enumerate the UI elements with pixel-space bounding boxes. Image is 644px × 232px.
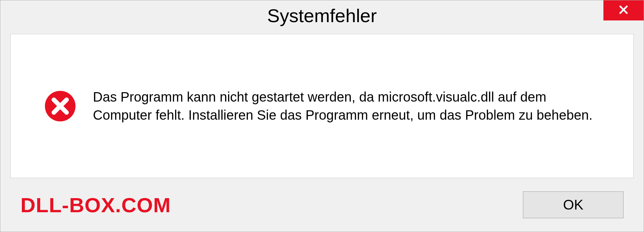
error-icon: [44, 90, 76, 122]
ok-button[interactable]: OK: [523, 191, 624, 218]
error-message: Das Programm kann nicht gestartet werden…: [93, 88, 606, 124]
titlebar: Systemfehler: [0, 0, 644, 31]
watermark-text: DLL-BOX.COM: [20, 193, 171, 217]
close-icon: [618, 4, 629, 17]
dialog-footer: DLL-BOX.COM OK: [0, 178, 644, 232]
content-area: Das Programm kann nicht gestartet werden…: [10, 34, 634, 178]
close-button[interactable]: [603, 0, 644, 20]
dialog-title: Systemfehler: [267, 5, 377, 26]
ok-button-label: OK: [563, 197, 584, 213]
error-dialog: Systemfehler Das Programm kann nicht ges…: [0, 0, 644, 232]
